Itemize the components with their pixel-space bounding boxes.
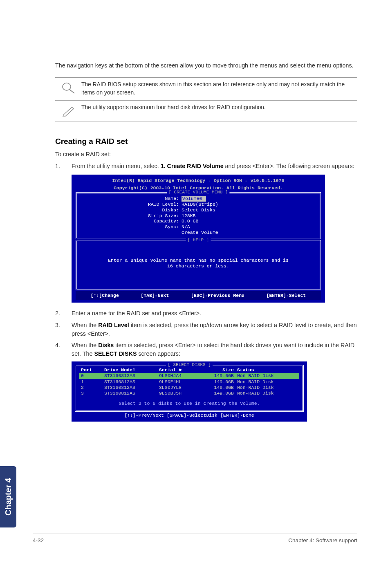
cell: ST3160812AS — [103, 379, 157, 385]
step-3: 3. When the RAID Level item is selected,… — [55, 321, 357, 338]
cell: 9LS0BJ5H — [157, 391, 199, 396]
cell: Non-RAID Disk — [235, 385, 299, 391]
create-volume-box: [ CREATE VOLUME MENU ] Name:Volume0 RAID… — [76, 192, 321, 239]
step-number: 2. — [55, 309, 72, 318]
col-drive-model: Drive Model — [103, 367, 157, 373]
field-label: Sync: — [81, 224, 182, 230]
disk-row[interactable]: 2 ST3160812AS 3LS0JYL8 149.0GB Non-RAID … — [79, 385, 299, 391]
section-subhead: To create a RAID set: — [55, 150, 357, 159]
pencil-icon — [55, 103, 81, 118]
capacity-field[interactable]: 0.0 GB — [182, 218, 198, 224]
bios-select-disks-screen: [ SELECT DISKS ] Port Drive Model Serial… — [72, 361, 307, 422]
step-text: and press <Enter>. The following screen … — [224, 163, 354, 169]
cell: 1 — [79, 379, 103, 385]
nav-prev-menu[interactable]: [ESC]-Previous Menu — [191, 293, 244, 298]
cell: 0 — [79, 373, 103, 379]
step-number: 3. — [55, 321, 72, 338]
select-disks-nav: [↑↓]-Prev/Next [SPACE]-SelectDisk [ENTER… — [75, 413, 304, 418]
step-number: 1. — [55, 162, 72, 171]
name-field[interactable]: Volume0 — [182, 196, 206, 202]
nav-change[interactable]: [↑↓]Change — [91, 293, 119, 298]
help-box: [ HELP ] Enter a unique volume name that… — [76, 240, 321, 291]
col-size: Size — [199, 367, 235, 373]
create-volume-action[interactable]: Create Volume — [182, 230, 218, 236]
disks-table: Port Drive Model Serial # Size Status 0 … — [79, 367, 299, 397]
svg-point-0 — [63, 83, 71, 90]
svg-line-1 — [69, 90, 74, 93]
step-bold: RAID Level — [98, 322, 129, 328]
cell: 149.0GB — [199, 385, 235, 391]
field-label: Disks: — [81, 207, 182, 213]
cell: 9LS0HJA4 — [157, 373, 199, 379]
note-box-2: The utility supports maximum four hard d… — [55, 100, 357, 121]
page-footer: 4-32 Chapter 4: Software support — [33, 534, 357, 545]
sync-field: N/A — [182, 224, 190, 230]
disk-row[interactable]: 1 ST3160812AS 9LS0F4HL 149.0GB Non-RAID … — [79, 379, 299, 385]
raid-level-field[interactable]: RAID0(Stripe) — [182, 202, 218, 207]
field-label: Strip Size: — [81, 213, 182, 219]
bios-nav-bar: [↑↓]Change [TAB]-Next [ESC]-Previous Men… — [76, 291, 321, 300]
step-number: 4. — [55, 341, 72, 358]
disks-field[interactable]: Select Disks — [182, 207, 215, 213]
cell: ST3160812AS — [103, 391, 157, 396]
step-text: Enter a name for the RAID set and press … — [72, 309, 357, 318]
note-text-1: The RAID BIOS setup screens shown in thi… — [81, 80, 357, 97]
step-text: screen appears: — [137, 350, 180, 357]
disk-row-selected[interactable]: 0 ST3160812AS 9LS0HJA4 149.0GB Non-RAID … — [79, 373, 299, 379]
cell: 3LS0JYL8 — [157, 385, 199, 391]
nav-next[interactable]: [TAB]-Next — [141, 293, 169, 298]
step-bold: Disks — [98, 342, 114, 348]
cell: 3 — [79, 391, 103, 396]
step-2: 2. Enter a name for the RAID set and pre… — [55, 309, 357, 318]
bios-header-line: Intel(R) Rapid Storage Technology - Opti… — [72, 177, 325, 184]
step-1: 1. From the utility main menu, select 1.… — [55, 162, 357, 171]
cell: Non-RAID Disk — [235, 379, 299, 385]
step-text: When the — [72, 322, 98, 328]
box-title: [ CREATE VOLUME MENU ] — [167, 190, 229, 195]
bios-create-volume-screen: Intel(R) Rapid Storage Technology - Opti… — [72, 175, 325, 303]
cell: ST3160812AS — [103, 385, 157, 391]
select-disks-msg: Select 2 to 6 disks to use in creating t… — [79, 397, 299, 407]
help-text: Enter a unique volume name that has no s… — [81, 258, 316, 263]
field-label: RAID Level: — [81, 202, 182, 207]
strip-size-field[interactable]: 128KB — [182, 213, 196, 219]
cell: 149.0GB — [199, 379, 235, 385]
note-box-1: The RAID BIOS setup screens shown in thi… — [55, 77, 357, 101]
disk-row[interactable]: 3 ST3160812AS 9LS0BJ5H 149.0GB Non-RAID … — [79, 391, 299, 396]
cell: 149.0GB — [199, 391, 235, 396]
field-label: Name: — [81, 196, 182, 202]
step-4: 4. When the Disks item is selected, pres… — [55, 341, 357, 358]
footer-title: Chapter 4: Software support — [288, 536, 357, 545]
field-label: Capacity: — [81, 218, 182, 224]
section-heading: Creating a RAID set — [55, 136, 357, 147]
nav-select[interactable]: [ENTER]-Select — [267, 293, 306, 298]
col-status: Status — [235, 367, 299, 373]
cell: Non-RAID Disk — [235, 373, 299, 379]
step-bold: SELECT DISKS — [94, 350, 137, 357]
step-text: When the — [72, 342, 98, 348]
page-number: 4-32 — [33, 536, 44, 545]
step-text: From the utility main menu, select — [72, 163, 161, 169]
box-title: [ HELP ] — [186, 238, 211, 243]
col-serial: Serial # — [157, 367, 199, 373]
note-text-2: The utility supports maximum four hard d… — [81, 103, 357, 112]
cell: 149.0GB — [199, 373, 235, 379]
chapter-tab: Chapter 4 — [0, 466, 16, 527]
cell: 2 — [79, 385, 103, 391]
cell: Non-RAID Disk — [235, 391, 299, 396]
help-text: 16 characters or less. — [81, 263, 316, 269]
step-bold: 1. Create RAID Volume — [161, 163, 224, 169]
col-port: Port — [79, 367, 103, 373]
cell: 9LS0F4HL — [157, 379, 199, 385]
intro-paragraph: The navigation keys at the bottom of the… — [55, 61, 357, 70]
cell: ST3160812AS — [103, 373, 157, 379]
box-title: [ SELECT DISKS ] — [166, 362, 213, 368]
magnifier-icon — [55, 80, 81, 95]
